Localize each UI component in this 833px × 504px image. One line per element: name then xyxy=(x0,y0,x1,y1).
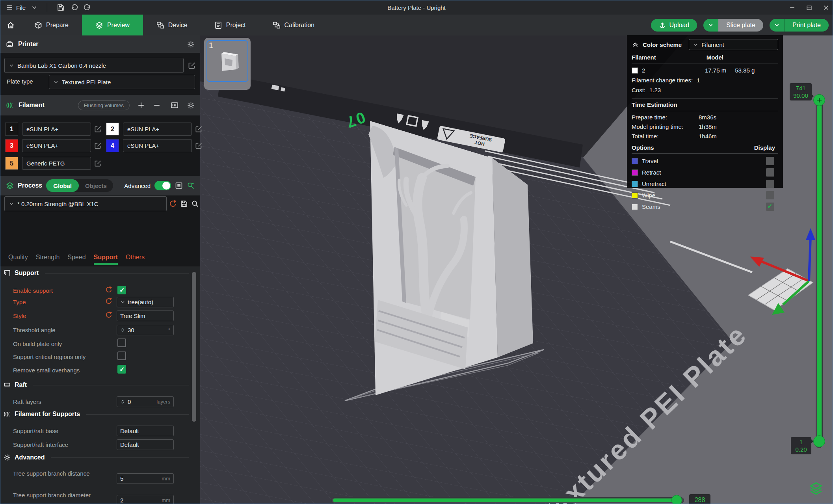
file-menu[interactable]: File xyxy=(6,4,26,11)
process-scope-toggle[interactable]: Global Objects xyxy=(46,179,113,192)
parameter-list-icon[interactable] xyxy=(175,182,183,190)
spinner-icon[interactable] xyxy=(120,327,125,333)
support-raft-base-select[interactable]: Default xyxy=(117,426,174,436)
tab-preview[interactable]: Preview xyxy=(82,15,143,35)
gear-icon[interactable] xyxy=(187,102,195,109)
reset-profile-icon[interactable] xyxy=(169,200,177,208)
edit-printer-icon[interactable] xyxy=(188,61,196,69)
redo-icon[interactable] xyxy=(84,4,91,11)
tab-quality[interactable]: Quality xyxy=(8,251,28,265)
project-icon xyxy=(214,21,222,29)
layer-slider-bottom-handle[interactable] xyxy=(813,435,825,447)
printer-section-header: Printer xyxy=(0,35,200,53)
layer-slider-top-tooltip: 741 90.00 xyxy=(790,83,812,100)
edit-filament-icon[interactable] xyxy=(195,142,203,149)
save-icon[interactable] xyxy=(57,4,65,11)
unretract-display-checkbox[interactable] xyxy=(766,180,774,188)
reset-param-icon[interactable] xyxy=(105,298,112,305)
ams-sync-icon[interactable] xyxy=(171,101,178,109)
tab-others[interactable]: Others xyxy=(126,251,145,265)
filament-slot-5[interactable]: 5 Generic PETG xyxy=(5,157,102,170)
slice-plate-button[interactable]: Slice plate xyxy=(718,19,763,32)
process-profile-select[interactable]: * 0.20mm Strength @BBL X1C xyxy=(4,196,167,211)
chevron-down-icon xyxy=(708,22,714,28)
remove-small-overhangs-checkbox[interactable] xyxy=(117,365,126,374)
save-profile-icon[interactable] xyxy=(180,200,188,208)
threshold-angle-input[interactable]: 30 ° xyxy=(117,325,174,335)
option-row-seams: Seams xyxy=(632,203,778,211)
advanced-label: Advanced xyxy=(124,182,151,189)
slice-dropdown-button[interactable] xyxy=(703,19,718,32)
print-plate-button[interactable]: Print plate xyxy=(785,19,829,32)
raft-layers-input[interactable]: 0 layers xyxy=(117,396,174,407)
support-group-icon xyxy=(4,270,11,277)
tab-support[interactable]: Support xyxy=(94,251,118,265)
flushing-volumes-button[interactable]: Flushing volumes xyxy=(78,100,130,110)
prepare-time-row: Prepare time:8m36s xyxy=(632,114,778,121)
wipe-display-checkbox[interactable] xyxy=(766,191,774,199)
process-profile-value: * 0.20mm Strength @BBL X1C xyxy=(17,201,99,207)
edit-filament-icon[interactable] xyxy=(94,160,102,167)
scope-global[interactable]: Global xyxy=(46,179,79,192)
filament-slot-2[interactable]: 2 eSUN PLA+ xyxy=(106,123,203,136)
advanced-toggle[interactable] xyxy=(154,181,171,190)
time-estimation-title: Time Estimation xyxy=(632,98,778,111)
tab-prepare[interactable]: Prepare xyxy=(21,15,82,35)
filament-slot-3[interactable]: 3 eSUN PLA+ xyxy=(5,139,102,152)
home-button[interactable] xyxy=(0,15,21,35)
file-menu-label: File xyxy=(16,4,26,11)
support-type-select[interactable]: tree(auto) xyxy=(117,297,174,307)
layer-slider-top-handle[interactable] xyxy=(813,94,825,106)
parameter-scrollbar[interactable] xyxy=(192,272,196,422)
print-dropdown-button[interactable] xyxy=(770,19,785,32)
plate-type-select[interactable]: Textured PEI Plate xyxy=(49,75,195,89)
enable-support-checkbox[interactable] xyxy=(117,286,126,294)
tab-calibration[interactable]: Calibration xyxy=(259,15,328,35)
on-build-plate-only-checkbox[interactable] xyxy=(117,338,126,347)
parameter-search-icon[interactable] xyxy=(187,182,195,190)
color-scheme-select[interactable]: Filament xyxy=(689,39,778,50)
collapse-panel-icon[interactable] xyxy=(632,41,639,48)
travel-display-checkbox[interactable] xyxy=(766,157,774,165)
close-button[interactable] xyxy=(823,4,829,11)
tab-strength[interactable]: Strength xyxy=(36,251,60,265)
support-critical-regions-checkbox[interactable] xyxy=(117,351,126,360)
tab-project[interactable]: Project xyxy=(201,15,259,35)
move-slider-handle[interactable] xyxy=(671,495,682,504)
remove-filament-button[interactable] xyxy=(153,102,160,109)
edit-filament-icon[interactable] xyxy=(94,125,102,133)
spinner-icon[interactable] xyxy=(120,399,125,404)
retract-display-checkbox[interactable] xyxy=(766,168,774,177)
tree-branch-distance-input[interactable]: 5 mm xyxy=(117,473,174,484)
plate-thumbnail[interactable]: 1 xyxy=(204,38,251,90)
layers-view-button[interactable] xyxy=(809,481,823,495)
support-style-select[interactable]: Tree Slim xyxy=(117,311,174,321)
edit-filament-icon[interactable] xyxy=(94,142,102,149)
printer-icon xyxy=(6,41,13,48)
chevron-down-icon[interactable] xyxy=(31,4,37,11)
undo-icon[interactable] xyxy=(70,4,78,11)
edit-filament-icon[interactable] xyxy=(195,125,203,133)
add-filament-button[interactable] xyxy=(138,102,145,109)
reset-param-icon[interactable] xyxy=(105,286,112,293)
tree-branch-diameter-input[interactable]: 2 mm xyxy=(117,495,174,504)
maximize-button[interactable] xyxy=(806,4,813,11)
option-row-travel: Travel xyxy=(632,157,778,165)
tab-speed[interactable]: Speed xyxy=(67,251,86,265)
tab-device[interactable]: Device xyxy=(143,15,201,35)
seams-display-checkbox[interactable] xyxy=(766,203,774,211)
tab-label: Prepare xyxy=(46,22,69,29)
raft-group-icon xyxy=(4,381,11,389)
filament-slot-4[interactable]: 4 eSUN PLA+ xyxy=(106,139,203,152)
upload-button[interactable]: Upload xyxy=(651,19,697,32)
search-profile-icon[interactable] xyxy=(191,200,199,208)
gear-icon[interactable] xyxy=(187,41,195,48)
printer-preset-select[interactable]: Bambu Lab X1 Carbon 0.4 nozzle xyxy=(4,58,184,73)
filament-slot-1[interactable]: 1 eSUN PLA+ xyxy=(5,123,102,136)
plate-type-label: Plate type xyxy=(7,78,33,85)
support-raft-interface-select[interactable]: Default xyxy=(117,439,174,450)
minimize-button[interactable] xyxy=(789,4,796,11)
window-title: Battery Plate - Upright xyxy=(0,0,833,15)
scope-objects[interactable]: Objects xyxy=(79,182,113,189)
reset-param-icon[interactable] xyxy=(105,311,112,318)
